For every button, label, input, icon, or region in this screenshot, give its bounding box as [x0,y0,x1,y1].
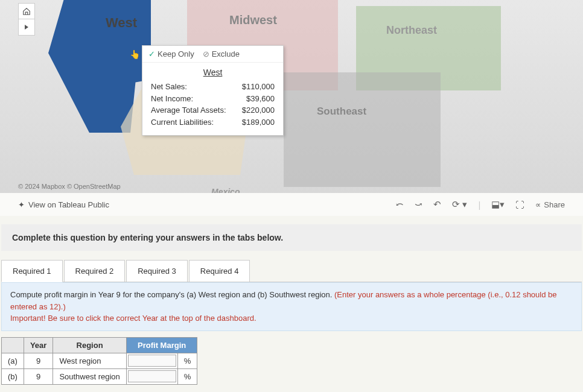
region-label-northeast: Northeast [386,24,437,37]
region-label-west: West [106,15,137,31]
tab-required-2[interactable]: Required 2 [64,260,126,282]
col-region: Region [53,337,126,353]
tooltip-label: Net Income: [151,93,229,105]
play-icon [24,24,30,30]
tableau-logo-icon: ✦ [18,200,25,209]
region-label-southeast: Southeast [317,106,366,118]
undo-icon[interactable]: ⤺ [396,199,404,210]
tooltip-row-net-sales: Net Sales: $110,000 [151,81,275,93]
home-icon [22,7,31,16]
prompt-main: Compute profit margin in Year 9 for the … [10,290,334,299]
tooltip-label: Average Total Assets: [151,104,229,116]
tooltip-title: West [151,68,275,77]
tooltip-row-avg-assets: Average Total Assets: $220,000 [151,104,275,116]
col-year: Year [24,337,53,353]
share-icon: ∝ [535,200,541,209]
answer-tabs: Required 1 Required 2 Required 3 Require… [1,259,582,282]
exclude-button[interactable]: ⊘ Exclude [203,49,240,58]
row-id: (b) [2,368,24,384]
table-row: (a) 9 West region % [2,353,197,368]
map-viewport[interactable]: West Midwest Northeast Southeast Mexico … [0,0,583,193]
row-year: 9 [24,368,53,384]
revert-icon[interactable]: ↶ [433,199,441,210]
col-profit-margin: Profit Margin [126,337,197,353]
prompt-important: Important! Be sure to click the correct … [10,314,256,323]
exclude-icon: ⊘ [203,49,209,58]
fullscreen-icon[interactable]: ⛶ [515,200,524,210]
row-unit: % [177,353,197,368]
tooltip-row-curr-liab: Current Liabilities: $189,000 [151,116,275,128]
tab-required-3[interactable]: Required 3 [126,260,188,282]
table-row: (b) 9 Southwest region % [2,368,197,384]
instruction-text: Complete this question by entering your … [1,224,582,251]
tab-required-1[interactable]: Required 1 [1,260,63,282]
view-public-label: View on Tableau Public [28,200,109,209]
tooltip-value: $110,000 [235,81,275,93]
map-attribution: © 2024 Mapbox © OpenStreetMap [18,183,121,190]
tooltip-value: $220,000 [235,104,275,116]
question-prompt: Compute profit margin in Year 9 for the … [1,282,582,331]
answer-table: Year Region Profit Margin (a) 9 West reg… [1,337,197,385]
tooltip-value: $39,600 [235,93,275,105]
home-button[interactable] [19,4,34,19]
refresh-icon[interactable]: ⟳ ▾ [452,199,467,210]
tableau-toolbar: ✦ View on Tableau Public ⤺ ⤻ ↶ ⟳ ▾ | ⬓▾ … [0,193,583,216]
tooltip-value: $189,000 [235,116,275,128]
region-shape-southeast[interactable] [284,72,441,187]
cursor-pointer-icon: 👆 [130,49,140,59]
row-region: Southwest region [53,368,126,384]
share-label: Share [544,200,565,209]
map-side-controls [18,3,35,36]
view-public-link[interactable]: ✦ View on Tableau Public [18,200,109,209]
redo-icon[interactable]: ⤻ [415,199,422,210]
col-blank [2,337,24,353]
tooltip-label: Current Liabilities: [151,116,229,128]
region-label-mexico: Mexico [211,187,240,193]
separator: | [478,200,480,210]
row-region: West region [53,353,126,368]
map-tooltip: ✓ Keep Only ⊘ Exclude West Net Sales: $1… [142,45,284,136]
exclude-label: Exclude [212,49,240,58]
keep-only-label: Keep Only [158,49,194,58]
profit-margin-input-b[interactable] [128,370,176,382]
keep-only-button[interactable]: ✓ Keep Only [148,49,194,58]
check-icon: ✓ [148,49,155,58]
play-button[interactable] [19,19,34,35]
row-id: (a) [2,353,24,368]
tooltip-label: Net Sales: [151,81,229,93]
region-label-midwest: Midwest [229,13,277,27]
download-icon[interactable]: ⬓▾ [491,199,505,210]
tab-required-4[interactable]: Required 4 [189,260,250,282]
profit-margin-input-a[interactable] [128,355,176,367]
tooltip-row-net-income: Net Income: $39,600 [151,93,275,105]
row-year: 9 [24,353,53,368]
share-button[interactable]: ∝ Share [535,200,565,209]
row-unit: % [177,368,197,384]
